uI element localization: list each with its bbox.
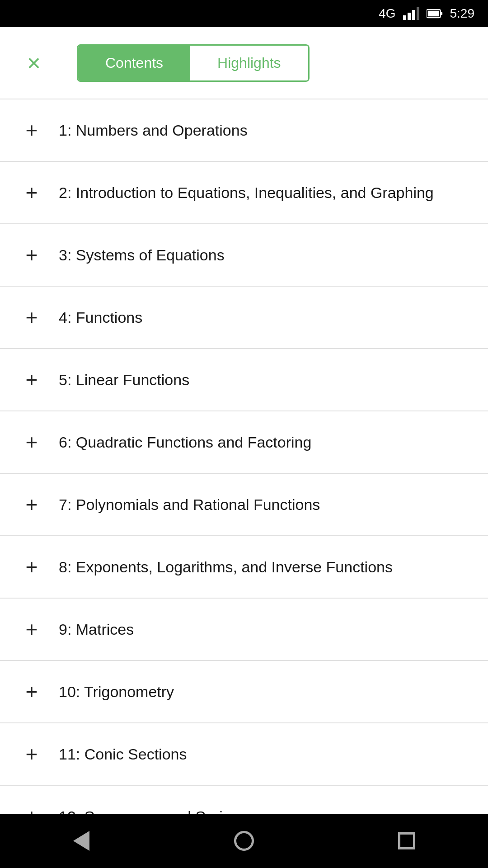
home-icon — [234, 831, 254, 851]
expand-icon-5: + — [18, 366, 45, 393]
chapter-title-3: 3: Systems of Equations — [59, 245, 225, 265]
chapter-item-5[interactable]: +5: Linear Functions — [0, 349, 488, 411]
tab-highlights[interactable]: Highlights — [190, 46, 308, 80]
svg-rect-1 — [408, 13, 411, 20]
chapter-item-7[interactable]: +7: Polynomials and Rational Functions — [0, 474, 488, 536]
svg-rect-2 — [412, 10, 415, 20]
chapter-item-12[interactable]: +12: Sequences and Series — [0, 786, 488, 814]
svg-rect-6 — [427, 11, 439, 17]
plus-symbol: + — [26, 619, 38, 640]
time-display: 5:29 — [450, 6, 475, 21]
chapter-title-5: 5: Linear Functions — [59, 370, 189, 390]
chapter-title-7: 7: Polynomials and Rational Functions — [59, 495, 320, 514]
plus-symbol: + — [26, 744, 38, 764]
plus-symbol: + — [26, 182, 38, 203]
expand-icon-9: + — [18, 616, 45, 643]
back-icon — [73, 831, 89, 851]
chapter-item-6[interactable]: +6: Quadratic Functions and Factoring — [0, 411, 488, 474]
chapter-item-10[interactable]: +10: Trigonometry — [0, 661, 488, 723]
plus-symbol: + — [26, 432, 38, 453]
chapter-title-1: 1: Numbers and Operations — [59, 120, 248, 140]
plus-symbol: + — [26, 245, 38, 265]
expand-icon-12: + — [18, 803, 45, 814]
close-icon: × — [27, 51, 41, 75]
chapter-title-2: 2: Introduction to Equations, Inequaliti… — [59, 183, 434, 203]
chapter-title-12: 12: Sequences and Series — [59, 807, 239, 814]
chapter-list: +1: Numbers and Operations+2: Introducti… — [0, 99, 488, 814]
tab-highlights-label: Highlights — [217, 55, 281, 71]
chapter-title-6: 6: Quadratic Functions and Factoring — [59, 432, 311, 452]
status-bar: 4G 5:29 — [0, 0, 488, 27]
plus-symbol: + — [26, 557, 38, 577]
home-button[interactable] — [217, 823, 271, 859]
chapter-title-10: 10: Trigonometry — [59, 682, 174, 702]
chapter-item-11[interactable]: +11: Conic Sections — [0, 723, 488, 786]
recents-icon — [398, 832, 415, 849]
signal-icon — [403, 7, 419, 20]
chapter-item-3[interactable]: +3: Systems of Equations — [0, 224, 488, 287]
chapter-title-8: 8: Exponents, Logarithms, and Inverse Fu… — [59, 557, 393, 577]
tab-contents-label: Contents — [105, 55, 163, 71]
back-button[interactable] — [54, 823, 108, 859]
plus-symbol: + — [26, 806, 38, 814]
svg-rect-5 — [440, 12, 442, 15]
expand-icon-3: + — [18, 241, 45, 269]
svg-rect-3 — [417, 7, 419, 20]
tab-contents[interactable]: Contents — [78, 46, 190, 80]
expand-icon-11: + — [18, 741, 45, 768]
chapter-title-4: 4: Functions — [59, 307, 142, 327]
recents-button[interactable] — [380, 823, 434, 859]
plus-symbol: + — [26, 369, 38, 390]
plus-symbol: + — [26, 120, 38, 141]
bottom-nav — [0, 814, 488, 868]
expand-icon-8: + — [18, 553, 45, 580]
network-indicator: 4G — [379, 6, 395, 21]
header: × Contents Highlights — [0, 27, 488, 99]
plus-symbol: + — [26, 494, 38, 515]
expand-icon-7: + — [18, 491, 45, 518]
chapter-title-11: 11: Conic Sections — [59, 744, 187, 764]
expand-icon-4: + — [18, 304, 45, 331]
tab-group: Contents Highlights — [77, 44, 310, 82]
chapter-item-4[interactable]: +4: Functions — [0, 287, 488, 349]
expand-icon-10: + — [18, 678, 45, 705]
chapter-item-8[interactable]: +8: Exponents, Logarithms, and Inverse F… — [0, 536, 488, 599]
plus-symbol: + — [26, 681, 38, 702]
expand-icon-2: + — [18, 179, 45, 206]
chapter-item-1[interactable]: +1: Numbers and Operations — [0, 99, 488, 162]
expand-icon-1: + — [18, 117, 45, 144]
chapter-item-9[interactable]: +9: Matrices — [0, 599, 488, 661]
chapter-title-9: 9: Matrices — [59, 619, 134, 639]
chapter-item-2[interactable]: +2: Introduction to Equations, Inequalit… — [0, 162, 488, 224]
plus-symbol: + — [26, 307, 38, 328]
battery-icon — [427, 8, 443, 19]
expand-icon-6: + — [18, 429, 45, 456]
svg-rect-0 — [403, 15, 406, 20]
close-button[interactable]: × — [18, 47, 50, 79]
